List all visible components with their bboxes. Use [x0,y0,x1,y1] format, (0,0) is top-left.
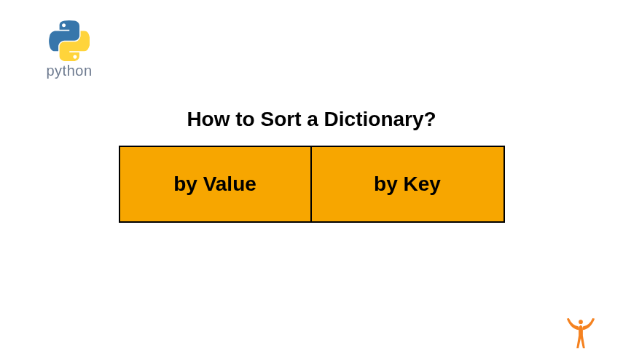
page-title: How to Sort a Dictionary? [0,108,623,131]
option-by-key: by Key [312,146,505,223]
python-logo-label: python [36,63,102,79]
svg-point-0 [579,320,583,324]
option-by-value: by Value [119,146,312,223]
python-icon [49,20,90,61]
person-icon [563,316,598,354]
options-row: by Value by Key [119,146,505,223]
python-logo: python [36,20,102,79]
